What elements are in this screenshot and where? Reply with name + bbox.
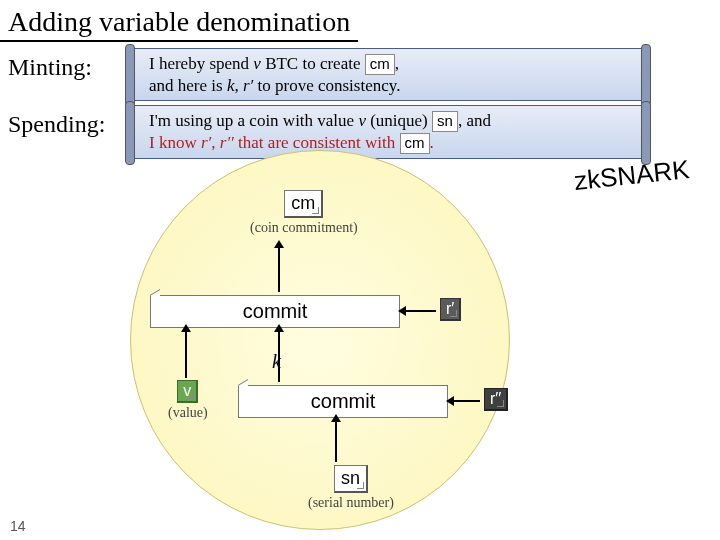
page-number: 14 [10,518,26,534]
arrow-sn-to-commit2 [335,420,337,462]
cm-tag: cm [284,190,323,218]
cm-node: cm (coin commitment) [250,190,358,236]
sn-inline-tag: sn [432,111,458,132]
k-symbol: k [272,350,281,373]
r1-tag: r′ [440,298,461,321]
minting-line2: and here is k, r′ to prove consistency. [149,75,627,96]
sn-node: sn (serial number) [308,465,394,511]
minting-line1: I hereby spend v BTC to create cm, [149,53,627,75]
arrow-r1-to-commit1 [404,310,436,312]
sn-tag: sn [334,465,368,493]
arrow-r2-to-commit2 [452,400,480,402]
spending-line1: I'm using up a coin with value v (unique… [149,110,627,132]
v-node: v (value) [168,380,208,421]
arrow-commit1-to-cm [278,246,280,292]
var-v2: v [358,111,366,130]
text: I'm using up a coin with value [149,111,358,130]
cm-caption: (coin commitment) [250,220,358,236]
vars-kr: k, r′ [227,76,253,95]
sn-caption: (serial number) [308,495,394,511]
spending-label: Spending: [8,105,118,138]
minting-label: Minting: [8,48,118,81]
text: , and [458,111,491,130]
commit-box-2: commit [238,385,448,418]
arrow-v-to-commit [185,330,187,378]
text: (unique) [366,111,432,130]
text: BTC to create [261,54,365,73]
text: and here is [149,76,227,95]
minting-row: Minting: I hereby spend v BTC to create … [0,46,720,103]
text: I hereby spend [149,54,253,73]
text: to prove consistency. [253,76,400,95]
r1-node: r′ [440,298,461,321]
slide-title: Adding variable denomination [0,0,358,42]
var-v: v [253,54,261,73]
minting-scroll: I hereby spend v BTC to create cm, and h… [128,48,648,101]
text: , [395,54,399,73]
vars-r: r′, r′′ [201,133,234,152]
text: I know [149,133,201,152]
v-caption: (value) [168,405,208,421]
r2-tag: r′′ [484,388,508,411]
r2-node: r′′ [484,388,508,411]
cm-inline-tag: cm [365,54,395,75]
diagram: cm (coin commitment) commit r′ k commit … [0,150,720,540]
text: . [430,133,434,152]
v-tag: v [177,380,198,403]
text: that are consistent with [234,133,400,152]
